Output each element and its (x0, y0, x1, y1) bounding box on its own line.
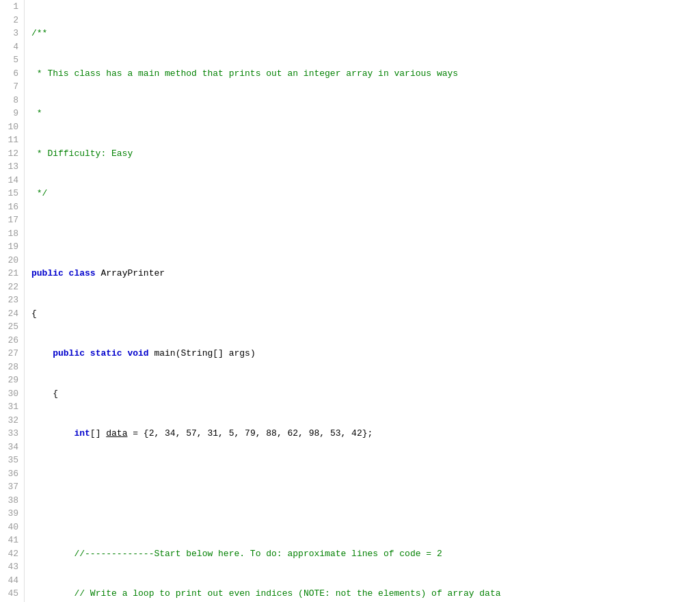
code-line-1: /** (31, 27, 700, 40)
code-line-13 (31, 507, 700, 521)
code-line-10: { (31, 387, 700, 401)
code-line-7: public class ArrayPrinter (31, 267, 700, 280)
code-line-4: * Difficulty: Easy (31, 147, 700, 161)
code-line-8: { (31, 307, 700, 321)
code-line-6 (31, 227, 700, 241)
code-line-15: // Write a loop to print out even indice… (31, 587, 700, 601)
code-line-9: public static void main(String[] args) (31, 347, 700, 361)
code-line-3: * (31, 107, 700, 120)
code-line-14: //-------------Start below here. To do: … (31, 547, 700, 561)
code-line-2: * This class has a main method that prin… (31, 67, 700, 81)
code-line-12 (31, 467, 700, 481)
code-line-5: */ (31, 187, 700, 200)
code-editor: 1 2 3 4 5 6 7 8 9 10 11 12 13 14 15 16 1… (0, 0, 700, 602)
code-area[interactable]: /** * This class has a main method that … (25, 0, 700, 602)
line-numbers: 1 2 3 4 5 6 7 8 9 10 11 12 13 14 15 16 1… (0, 0, 25, 602)
code-line-11: int[] data = {2, 34, 57, 31, 5, 79, 88, … (31, 427, 700, 441)
